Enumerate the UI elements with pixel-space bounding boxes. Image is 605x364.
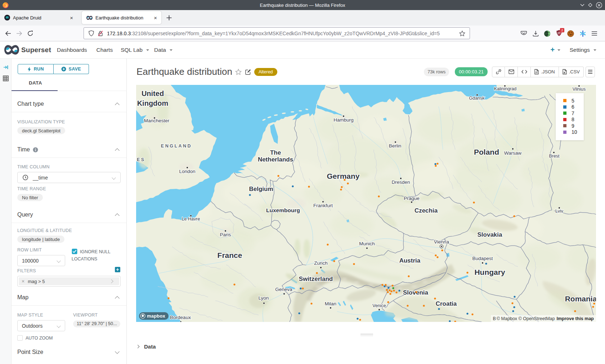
svg-text:Kingdom: Kingdom [137, 99, 169, 107]
svg-text:Milan: Milan [325, 301, 336, 306]
svg-text:Warsaw: Warsaw [504, 150, 522, 156]
svg-text:Zurich: Zurich [314, 260, 328, 266]
svg-text:Kaliningrad: Kaliningrad [494, 86, 517, 91]
svg-text:Le Havre: Le Havre [182, 217, 200, 222]
svg-text:Poland: Poland [474, 148, 499, 156]
svg-text:Austria: Austria [399, 257, 421, 264]
svg-text:Hamburg: Hamburg [333, 117, 354, 123]
svg-text:Bordeaux: Bordeaux [170, 315, 191, 320]
svg-text:Geneva: Geneva [275, 287, 292, 292]
svg-text:France: France [218, 251, 242, 259]
svg-text:Czechia: Czechia [414, 207, 438, 214]
svg-text:Switzerland: Switzerland [299, 276, 333, 282]
svg-text:Prague: Prague [404, 196, 420, 201]
svg-text:United: United [142, 90, 164, 97]
svg-text:Germany: Germany [327, 172, 359, 180]
svg-text:Vienna: Vienna [434, 239, 449, 245]
svg-text:Frankfurt: Frankfurt [313, 203, 333, 208]
svg-text:Paris: Paris [220, 232, 231, 237]
svg-text:ENGLAND: ENGLAND [161, 144, 192, 149]
svg-text:London: London [179, 169, 195, 174]
svg-text:Dresden: Dresden [391, 179, 410, 185]
svg-text:Venice: Venice [372, 303, 386, 308]
svg-text:Netherlands: Netherlands [258, 156, 293, 163]
svg-text:Croatia: Croatia [436, 300, 457, 307]
svg-text:Budapest: Budapest [472, 256, 493, 261]
svg-text:The: The [270, 149, 281, 156]
svg-text:Manchester: Manchester [144, 118, 170, 123]
svg-text:Berlin: Berlin [389, 143, 402, 149]
svg-text:Hungary: Hungary [474, 268, 505, 276]
svg-text:Lyon: Lyon [259, 295, 269, 301]
svg-text:Brest: Brest [549, 154, 560, 159]
svg-text:Lviv: Lviv [555, 209, 564, 214]
svg-text:Vilnius: Vilnius [573, 87, 586, 92]
svg-text:Romania: Romania [565, 295, 596, 303]
svg-text:Munich: Munich [359, 241, 375, 246]
svg-text:Slovakia: Slovakia [478, 231, 503, 238]
svg-text:Luxembourg: Luxembourg [266, 207, 300, 213]
svg-text:Belgium: Belgium [249, 186, 273, 192]
svg-text:Gdansk: Gdansk [469, 96, 485, 101]
svg-text:ES: ES [137, 157, 145, 162]
